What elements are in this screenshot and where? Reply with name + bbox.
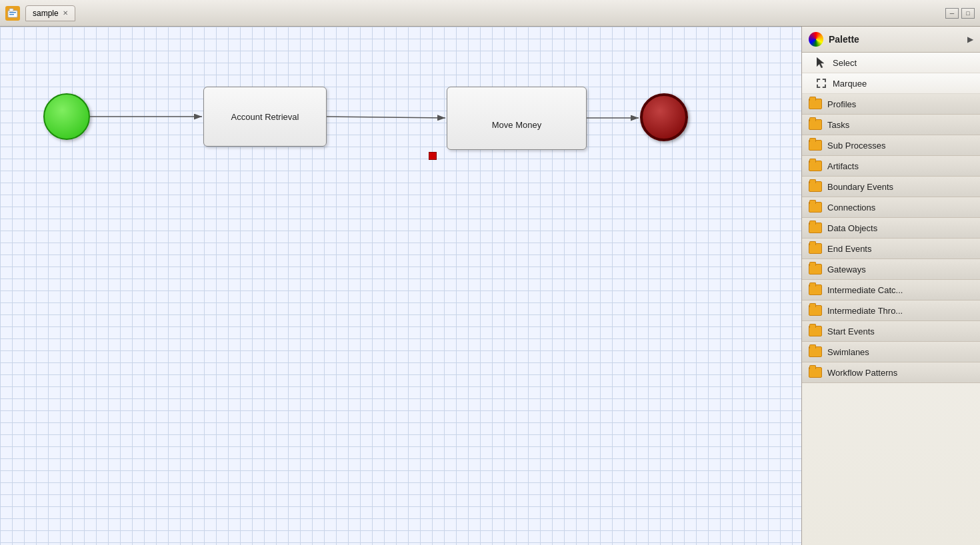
palette-folder-end-events[interactable]: End Events: [802, 239, 980, 259]
folder-data-objects-label: Data Objects: [827, 223, 877, 233]
folder-tasks-icon: [809, 119, 822, 130]
tab-label: sample: [33, 9, 59, 18]
folder-workflow-patterns-icon: [809, 367, 822, 378]
minimize-button[interactable]: ─: [945, 8, 959, 19]
task-move-money[interactable]: Move Money: [447, 87, 587, 150]
palette-expand-icon[interactable]: ▶: [967, 35, 973, 44]
folder-profiles-icon: [809, 99, 822, 109]
folder-intermediate-catch-label: Intermediate Catc...: [827, 285, 903, 295]
select-cursor-icon: [815, 57, 827, 69]
folder-sub-processes-label: Sub Processes: [827, 141, 885, 151]
marquee-icon: [815, 77, 827, 89]
folder-intermediate-catch-icon: [809, 284, 822, 295]
palette-folder-boundary-events[interactable]: Boundary Events: [802, 177, 980, 197]
task-move-money-label: Move Money: [492, 120, 541, 130]
window-controls: ─ □: [945, 8, 975, 19]
folder-end-events-label: End Events: [827, 244, 872, 254]
folder-swimlanes-label: Swimlanes: [827, 347, 869, 357]
folder-boundary-events-icon: [809, 181, 822, 192]
select-label: Select: [833, 58, 857, 68]
svg-line-11: [327, 117, 445, 118]
task-error-indicator: [429, 152, 437, 160]
folder-end-events-icon: [809, 243, 822, 254]
palette-folder-workflow-patterns[interactable]: Workflow Patterns: [802, 362, 980, 383]
folder-connections-label: Connections: [827, 203, 875, 213]
svg-marker-13: [817, 57, 824, 68]
palette-title: Palette: [829, 34, 962, 45]
app-icon: [5, 6, 20, 21]
folder-artifacts-label: Artifacts: [827, 161, 859, 171]
folder-tasks-label: Tasks: [827, 120, 849, 130]
folder-connections-icon: [809, 202, 822, 213]
folder-gateways-icon: [809, 264, 822, 274]
palette-folder-data-objects[interactable]: Data Objects: [802, 218, 980, 239]
title-bar: sample ✕ ─ □: [0, 0, 980, 27]
tab-close-icon[interactable]: ✕: [63, 9, 68, 17]
svg-rect-1: [9, 9, 13, 11]
palette-folder-gateways[interactable]: Gateways: [802, 259, 980, 280]
palette-panel: Palette ▶ Select Marquee Profiles: [801, 27, 980, 545]
palette-folder-sub-processes[interactable]: Sub Processes: [802, 135, 980, 156]
end-event[interactable]: [640, 93, 688, 141]
palette-folder-connections[interactable]: Connections: [802, 197, 980, 218]
folder-artifacts-icon: [809, 161, 822, 171]
folder-data-objects-icon: [809, 223, 822, 233]
palette-folder-profiles[interactable]: Profiles: [802, 94, 980, 115]
folder-intermediate-throw-icon: [809, 305, 822, 316]
folder-workflow-patterns-label: Workflow Patterns: [827, 368, 897, 378]
palette-folder-swimlanes[interactable]: Swimlanes: [802, 342, 980, 362]
palette-folder-intermediate-throw[interactable]: Intermediate Thro...: [802, 300, 980, 321]
folder-sub-processes-icon: [809, 140, 822, 151]
canvas-area[interactable]: Account Retrieval Move Money: [0, 27, 801, 545]
folder-intermediate-throw-label: Intermediate Thro...: [827, 306, 903, 316]
svg-rect-3: [9, 14, 14, 15]
palette-folder-intermediate-catch[interactable]: Intermediate Catc...: [802, 280, 980, 300]
folder-swimlanes-icon: [809, 346, 822, 357]
palette-header[interactable]: Palette ▶: [802, 27, 980, 53]
folder-boundary-events-label: Boundary Events: [827, 182, 893, 192]
tab-sample[interactable]: sample ✕: [25, 5, 75, 21]
start-event[interactable]: [43, 93, 90, 140]
palette-color-icon: [809, 32, 823, 47]
palette-folder-tasks[interactable]: Tasks: [802, 115, 980, 135]
task-account-retrieval[interactable]: Account Retrieval: [203, 87, 327, 147]
maximize-button[interactable]: □: [961, 8, 975, 19]
folder-gateways-label: Gateways: [827, 265, 866, 274]
palette-folder-start-events[interactable]: Start Events: [802, 321, 980, 342]
palette-tool-marquee[interactable]: Marquee: [802, 73, 980, 94]
task-account-retrieval-label: Account Retrieval: [231, 112, 299, 122]
svg-rect-2: [9, 12, 16, 13]
main-layout: Account Retrieval Move Money: [0, 27, 980, 545]
folder-start-events-label: Start Events: [827, 326, 875, 336]
folder-start-events-icon: [809, 326, 822, 336]
palette-folder-artifacts[interactable]: Artifacts: [802, 156, 980, 177]
palette-tool-select[interactable]: Select: [802, 53, 980, 73]
folder-profiles-label: Profiles: [827, 99, 856, 109]
marquee-label: Marquee: [833, 79, 867, 89]
